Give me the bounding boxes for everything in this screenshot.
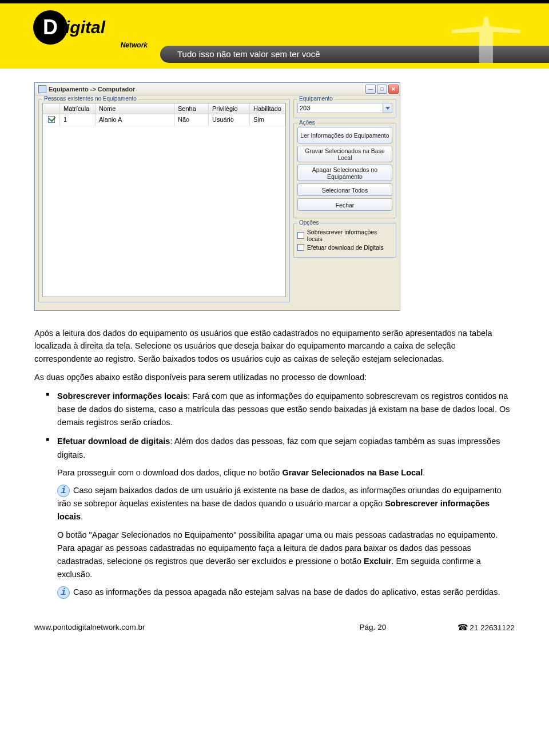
titlebar: Equipamento -> Computador — □ ✕ <box>35 83 400 95</box>
bullet-1-bold: Sobrescrever informações locais <box>57 391 188 401</box>
table-row[interactable]: 1 Alanio A Não Usuário Sim <box>43 114 285 126</box>
row-checkbox[interactable] <box>48 116 55 123</box>
col-habilitado[interactable]: Habilitado <box>250 103 285 114</box>
people-legend: Pessoas existentes no Equipamento <box>42 95 138 102</box>
page-label: Pág. <box>360 623 376 631</box>
info-icon: i <box>57 485 70 497</box>
bullet-1: Sobrescrever informações locais: Fará co… <box>34 390 515 430</box>
cell-matricula: 1 <box>60 114 96 126</box>
p6: Caso as informações da pessoa apagada nã… <box>73 587 500 597</box>
download-digitals-checkbox[interactable] <box>297 244 304 251</box>
close-dialog-button[interactable]: Fechar <box>297 198 392 211</box>
p3c: . <box>423 468 425 477</box>
cell-privilegio: Usuário <box>209 114 250 126</box>
phone-icon: ☎ <box>458 622 468 633</box>
paragraph-1: Após a leitura dos dados do equipamento … <box>34 327 515 365</box>
bullet-2-bold: Efetuar download de digitais <box>57 437 170 446</box>
page-header: Digital Network Tudo isso não tem valor … <box>0 0 549 69</box>
maximize-button[interactable]: □ <box>377 85 387 94</box>
people-fieldset: Pessoas existentes no Equipamento Matríc… <box>38 99 290 302</box>
equipamento-value[interactable] <box>297 103 383 113</box>
cell-senha: Não <box>174 114 209 126</box>
col-matricula[interactable]: Matrícula <box>60 103 96 114</box>
overwrite-label: Sobrescrever informações locais <box>307 229 392 242</box>
equipamento-fieldset: Equipamento <box>293 99 396 118</box>
opcoes-fieldset: Opções Sobrescrever informações locais E… <box>293 223 396 258</box>
bullet-2: Efetuar download de digitais: Além dos d… <box>34 435 515 599</box>
paragraph-2: As duas opções abaixo estão disponíveis … <box>34 371 515 383</box>
window-icon <box>38 85 46 93</box>
col-privilegio[interactable]: Privilégio <box>209 103 250 114</box>
p4c: . <box>81 512 83 521</box>
chevron-down-icon[interactable] <box>383 103 392 113</box>
cell-nome: Alanio A <box>96 114 174 126</box>
logo-text: igital <box>65 18 105 37</box>
page-footer: www.pontodigitalnetwork.com.br Pág. 20 ☎… <box>0 622 549 649</box>
dialog-window: Equipamento -> Computador — □ ✕ Pessoas … <box>34 82 400 311</box>
delete-selected-button[interactable]: Apagar Selecionados no Equipamento <box>297 165 392 181</box>
window-title: Equipamento -> Computador <box>49 86 365 93</box>
logo: Digital Network <box>33 10 153 59</box>
p5b: Excluir <box>364 557 391 566</box>
select-all-button[interactable]: Selecionar Todos <box>297 183 392 196</box>
footer-url: www.pontodigitalnetwork.com.br <box>34 623 145 631</box>
equipamento-legend: Equipamento <box>297 95 335 102</box>
read-info-button[interactable]: Ler Informações do Equipamento <box>297 127 392 143</box>
close-button[interactable]: ✕ <box>388 85 399 94</box>
minimize-button[interactable]: — <box>365 85 376 94</box>
download-digitals-label: Efetuar download de Digitais <box>307 244 384 251</box>
equipamento-select[interactable] <box>297 103 392 113</box>
p3b: Gravar Selecionados na Base Local <box>282 468 423 477</box>
acoes-legend: Ações <box>297 119 317 126</box>
opcoes-legend: Opções <box>297 219 320 226</box>
page-number: 20 <box>377 623 386 631</box>
footer-phone: 21 22631122 <box>470 623 515 632</box>
overwrite-checkbox[interactable] <box>297 232 304 239</box>
save-local-button[interactable]: Gravar Selecionados na Base Local <box>297 146 392 162</box>
people-list[interactable]: Matrícula Nome Senha Privilégio Habilita… <box>42 103 286 297</box>
logo-icon: D <box>33 10 67 45</box>
list-header: Matrícula Nome Senha Privilégio Habilita… <box>43 103 285 114</box>
col-senha[interactable]: Senha <box>174 103 209 114</box>
cell-habilitado: Sim <box>250 114 285 126</box>
acoes-fieldset: Ações Ler Informações do Equipamento Gra… <box>293 123 396 218</box>
p3a: Para prosseguir com o download dos dados… <box>57 468 282 477</box>
info-icon-2: i <box>57 586 70 599</box>
col-nome[interactable]: Nome <box>96 103 174 114</box>
